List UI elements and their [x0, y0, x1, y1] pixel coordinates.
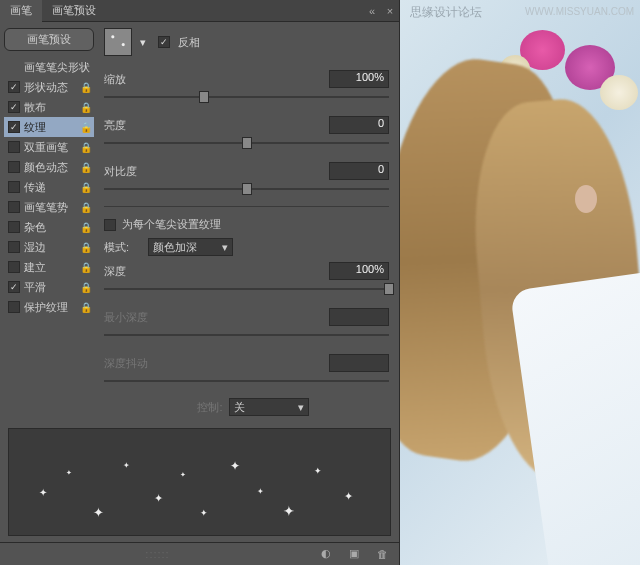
sidebar-item-tip-shape[interactable]: 画笔笔尖形状	[4, 57, 94, 77]
brush-presets-button[interactable]: 画笔预设	[4, 28, 94, 51]
jitter-label: 深度抖动	[104, 356, 164, 371]
lock-icon: 🔒	[80, 142, 90, 153]
sidebar-item-protect-texture[interactable]: 保护纹理🔒	[4, 297, 94, 317]
sidebar: 画笔预设 画笔笔尖形状 形状动态🔒 散布🔒 纹理🔒 双重画笔🔒 颜色动态🔒 传递…	[0, 22, 98, 422]
control-select: 关▾	[229, 398, 309, 416]
sidebar-item-smoothing[interactable]: 平滑🔒	[4, 277, 94, 297]
tab-brush-presets[interactable]: 画笔预设	[42, 0, 106, 22]
sidebar-item-color-dynamics[interactable]: 颜色动态🔒	[4, 157, 94, 177]
lock-icon: 🔒	[80, 302, 90, 313]
depth-input[interactable]: 100%	[329, 262, 389, 280]
resize-grip[interactable]: ::::::	[8, 548, 307, 560]
scale-slider[interactable]	[104, 90, 389, 104]
sidebar-item-scattering[interactable]: 散布🔒	[4, 97, 94, 117]
invert-label: 反相	[178, 35, 200, 50]
control-label: 控制:	[185, 400, 223, 415]
brush-preview: ✦ ✦ ✦ ✦ ✦ ✦ ✦ ✦ ✦ ✦ ✦ ✦	[8, 428, 391, 536]
per-tip-label: 为每个笔尖设置纹理	[122, 217, 221, 232]
collapse-icon[interactable]: «	[363, 2, 381, 20]
depth-label: 深度	[104, 264, 164, 279]
min-depth-input	[329, 308, 389, 326]
brightness-label: 亮度	[104, 118, 164, 133]
lock-icon: 🔒	[80, 262, 90, 273]
panel-bottombar: :::::: ◐ ▣ 🗑	[0, 542, 399, 565]
panel-topbar: 画笔 画笔预设 « ×	[0, 0, 399, 22]
delete-icon[interactable]: 🗑	[373, 545, 391, 563]
sidebar-item-shape-dynamics[interactable]: 形状动态🔒	[4, 77, 94, 97]
contrast-input[interactable]: 0	[329, 162, 389, 180]
texture-swatch[interactable]	[104, 28, 132, 56]
min-depth-slider	[104, 328, 389, 342]
canvas-image	[400, 0, 640, 565]
jitter-slider	[104, 374, 389, 388]
sidebar-item-transfer[interactable]: 传递🔒	[4, 177, 94, 197]
sidebar-item-wet-edges[interactable]: 湿边🔒	[4, 237, 94, 257]
scale-input[interactable]: 100%	[329, 70, 389, 88]
contrast-slider[interactable]	[104, 182, 389, 196]
invert-checkbox[interactable]	[158, 36, 170, 48]
brightness-slider[interactable]	[104, 136, 389, 150]
watermark-url: WWW.MISSYUAN.COM	[525, 6, 634, 17]
scale-label: 缩放	[104, 72, 164, 87]
chevron-down-icon: ▾	[222, 241, 228, 254]
watermark-text: 思缘设计论坛	[410, 4, 482, 21]
mode-label: 模式:	[104, 240, 142, 255]
lock-icon: 🔒	[80, 222, 90, 233]
sidebar-item-noise[interactable]: 杂色🔒	[4, 217, 94, 237]
lock-icon: 🔒	[80, 202, 90, 213]
chevron-down-icon: ▾	[298, 401, 304, 414]
sidebar-item-brush-pose[interactable]: 画笔笔势🔒	[4, 197, 94, 217]
depth-slider[interactable]	[104, 282, 389, 296]
lock-icon: 🔒	[80, 242, 90, 253]
sidebar-item-build-up[interactable]: 建立🔒	[4, 257, 94, 277]
close-icon[interactable]: ×	[381, 2, 399, 20]
sidebar-item-texture[interactable]: 纹理🔒	[4, 117, 94, 137]
lock-icon: 🔒	[80, 122, 90, 133]
jitter-input	[329, 354, 389, 372]
tab-brush[interactable]: 画笔	[0, 0, 42, 22]
texture-picker-arrow-icon[interactable]: ▾	[140, 36, 150, 49]
lock-icon: 🔒	[80, 282, 90, 293]
lock-icon: 🔒	[80, 182, 90, 193]
lock-icon: 🔒	[80, 102, 90, 113]
lock-icon: 🔒	[80, 82, 90, 93]
toggle-preview-icon[interactable]: ◐	[317, 545, 335, 563]
new-preset-icon[interactable]: ▣	[345, 545, 363, 563]
brush-panel: 画笔 画笔预设 « × ≡ 画笔预设 画笔笔尖形状 形状动态🔒 散布🔒 纹理🔒 …	[0, 0, 400, 565]
mode-select[interactable]: 颜色加深▾	[148, 238, 233, 256]
texture-options: ▾ 反相 缩放100% 亮度0 对比度0 为每个笔尖设置纹理 模式: 颜色加深▾…	[98, 22, 399, 422]
per-tip-checkbox[interactable]	[104, 219, 116, 231]
sidebar-item-dual-brush[interactable]: 双重画笔🔒	[4, 137, 94, 157]
contrast-label: 对比度	[104, 164, 164, 179]
brightness-input[interactable]: 0	[329, 116, 389, 134]
lock-icon: 🔒	[80, 162, 90, 173]
min-depth-label: 最小深度	[104, 310, 164, 325]
